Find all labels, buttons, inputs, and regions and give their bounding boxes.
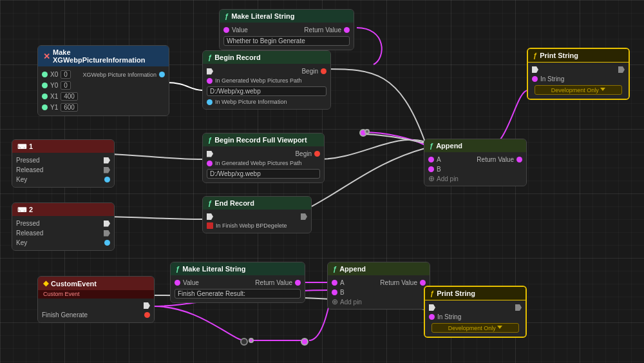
dev-only-badge-top: Development Only [535,85,622,95]
node-print-string-bottom-title: Print String [437,289,475,297]
value-input[interactable] [223,36,350,46]
in-string-pin-btm [429,314,435,320]
node-key1: ⌨ 1 Pressed Released Key [12,139,115,188]
return-pin-btm [295,280,301,286]
xgwebp-return-pin [159,72,165,77]
node-print-string-bottom-body: In String Development Only [425,300,526,337]
in-string-label-btm: In String [437,313,461,320]
info-row: In Webp Picture Information [207,97,327,106]
info-in-pin [207,99,213,105]
path-row: In Generated Webp Pictures Path [207,76,327,85]
dev-only-badge-btm: Development Only [431,323,519,333]
x-icon: ✕ [43,52,50,61]
x1-val: 400 [61,92,78,101]
node-make-xgwebp-title: Make XGWebpPictureInformation [53,48,164,64]
relay-dot-btm3 [301,338,308,346]
key-pin [104,177,110,182]
function-icon5: ƒ [430,142,433,150]
released-row: Released [16,165,110,175]
exec-out-end [301,213,307,220]
node-make-literal-top: ƒ Make Literal String Value Return Value [219,9,354,50]
node-print-string-top-header: ƒ Print String [528,49,629,63]
pressed-row: Pressed [16,155,110,165]
value-row-btm: Value Return Value [175,278,301,288]
exec-row-custom [42,301,150,310]
node-print-string-top-body: In String Development Only [528,63,629,99]
node-make-xgwebp-header: ✕ Make XGWebpPictureInformation [38,46,169,66]
add-pin-btm[interactable]: ⊕ Add pin [332,297,426,306]
x1-row: X1 400 [42,91,165,102]
exec-out-custom [144,302,150,309]
node-append-bottom: ƒ Append A Return Value B ⊕ Add pin [327,262,430,309]
exec-in-print-top [532,66,538,73]
return-label: Return Value [304,26,341,34]
b-row-btm: B [332,288,426,297]
node-make-literal-top-value-row: Value Return Value [223,25,350,35]
key-label: Key [16,176,27,183]
node-begin-record-full: ƒ Begin Record Full Viewport Begin In Ge… [202,133,325,183]
return-out-pin [344,27,350,33]
b-label-btm: B [340,289,345,296]
node-append-top-header: ƒ Append [424,139,526,152]
node-make-literal-top-body: Value Return Value [220,23,354,50]
red-square-icon [207,222,213,229]
node-print-string-bottom-header: ƒ Print String [425,287,526,300]
relay-dot-btm1 [240,338,248,346]
x0-val: 0 [61,70,71,79]
y1-pin [42,104,48,110]
a-label-btm: A [340,279,345,286]
value-label: Value [232,26,248,34]
event-icon: ◆ [43,279,48,288]
value-pin-btm [175,280,180,286]
node-custom-event: ◆ CustomEvent Custom Event Finish Genera… [37,276,155,323]
node-append-top-body: A Return Value B ⊕ Add pin [424,152,526,186]
node-begin-record-title: Begin Record [214,54,261,61]
exec-in-print-btm [429,304,435,311]
node-key2-header: ⌨ 2 [12,203,114,216]
add-pin-top[interactable]: ⊕ Add pin [428,174,522,183]
value-input-btm[interactable] [175,289,301,299]
path-input[interactable] [207,86,327,96]
value-in-pin [223,27,229,33]
begin-full-label: Begin [295,150,312,157]
begin-label: Begin [301,68,318,75]
node-begin-record-header: ƒ Begin Record [203,51,330,64]
y1-label: Y1 [50,104,58,111]
node-end-record-body: In Finish Webp BPDegelete [203,210,311,233]
node-make-literal-top-header: ƒ Make Literal String [220,10,354,23]
exec-row: Begin [207,66,327,76]
node-begin-full-header: ƒ Begin Record Full Viewport [203,133,324,146]
function-icon: ƒ [225,12,229,20]
released-label2: Released [16,230,43,237]
node-end-record-header: ƒ End Record [203,197,311,210]
exec-in-full [207,151,213,157]
path-full-pin [207,161,213,166]
node-begin-record-body: Begin In Generated Webp Pictures Path In… [203,64,330,109]
a-label-top: A [437,156,441,163]
custom-event-subtitle: Custom Event [38,290,154,299]
node-key2: ⌨ 2 Pressed Released Key [12,202,115,251]
node-append-top: ƒ Append A Return Value B ⊕ Add pin [424,139,527,186]
finish-generate-pin [144,312,150,318]
in-string-row-btm: In String [429,312,522,322]
y1-val: 600 [61,103,78,112]
node-make-literal-bottom: ƒ Make Literal String Value Return Value [170,262,305,303]
node-end-record: ƒ End Record In Finish Webp BPDegelete [202,196,312,233]
b-row-top: B [428,164,522,174]
node-print-string-top: ƒ Print String In String Development Onl… [527,48,630,100]
pressed-row2: Pressed [16,219,110,228]
in-string-label-top: In String [540,75,564,83]
exec-row-full: Begin [207,149,320,159]
path-full-input[interactable] [207,169,320,179]
info-label: In Webp Picture Information [215,99,287,105]
function-icon3: ƒ [208,136,212,144]
released-pin [104,167,110,173]
y0-pin [42,83,48,88]
y1-row: Y1 600 [42,102,165,113]
released-pin2 [104,230,110,237]
add-pin-label-top: Add pin [437,175,459,182]
node-append-bottom-body: A Return Value B ⊕ Add pin [328,275,430,309]
function-icon7: ƒ [176,265,180,273]
x1-label: X1 [50,93,58,100]
key-label2: Key [16,239,27,246]
